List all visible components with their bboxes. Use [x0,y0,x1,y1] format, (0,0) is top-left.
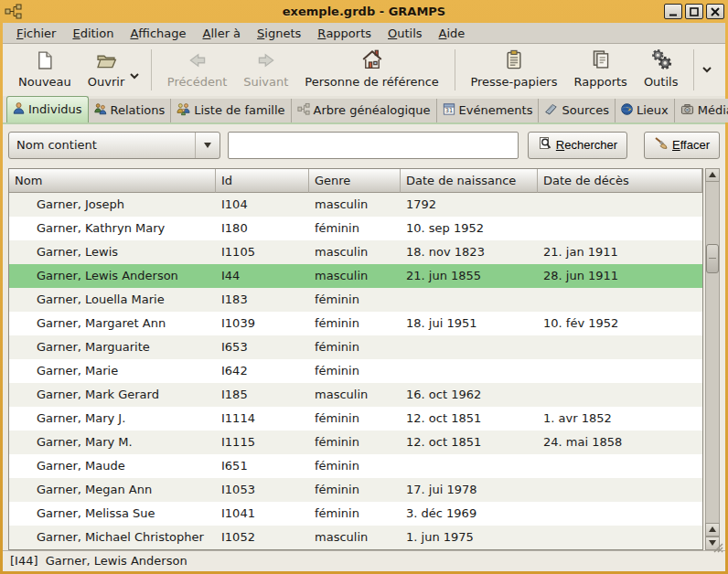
table-row[interactable]: Garner, LewisI1105masculin18. nov 182321… [9,240,702,264]
close-button[interactable] [706,4,724,19]
column-header-date-naissance[interactable]: Date de naissance [401,169,538,193]
search-input[interactable] [228,132,519,159]
column-header-nom[interactable]: Nom [9,169,216,193]
clear-button-label: Effacer [672,138,710,152]
menu-item-outils[interactable]: Outils [380,23,431,43]
tab-individus[interactable]: Individus [6,96,89,122]
cell-nom: Garner, Margaret Ann [9,312,216,335]
cell-date-deces [538,502,702,526]
menu-item-aller-a[interactable]: Aller à [195,23,250,43]
menu-item-rapports[interactable]: Rapports [309,23,380,43]
tab-relations[interactable]: Relations [89,99,172,122]
table-row[interactable]: Garner, Michael ChristopherI1052masculin… [9,526,702,549]
table-row[interactable]: Garner, MaudeI651féminin [9,454,702,478]
calendar-icon: 31 [442,102,456,119]
table-row[interactable]: Garner, Lewis AndersonI44masculin21. jun… [9,264,702,288]
cell-id: I1105 [216,240,309,264]
menu-bar: FichierEditionAffichageAller àSignetsRap… [3,23,725,44]
cell-nom: Garner, Michael Christopher [9,526,216,549]
menu-item-edition[interactable]: Edition [64,23,122,43]
menu-item-affichage[interactable]: Affichage [122,23,194,43]
chevron-down-icon [701,63,712,77]
title-bar[interactable]: exemple.grdb - GRAMPS [3,0,725,23]
cell-nom: Garner, Lewis Anderson [9,264,216,288]
cell-nom: Garner, Mary J. [9,407,216,430]
cell-genre: féminin [309,335,401,359]
cell-id: I653 [216,335,309,359]
person-table: NomIdGenreDate de naissanceDate de décès… [8,168,703,550]
toolbar-button-label: Presse-papiers [470,75,557,89]
table-row[interactable]: Garner, JosephI104masculin1792 [9,193,702,217]
cell-date-deces [538,335,702,359]
cell-nom: Garner, Joseph [9,193,216,217]
table-row[interactable]: Garner, Mark GerardI185masculin16. oct 1… [9,383,702,407]
tab-label: Individus [28,102,82,116]
cell-genre: féminin [309,312,401,335]
column-header-id[interactable]: Id [216,169,309,193]
cell-date-naissance: 17. jui 1978 [401,478,538,502]
cell-date-naissance: 12. oct 1851 [401,407,538,430]
toolbar-button-personne-de-reference[interactable]: Personne de référence [296,48,447,91]
cell-date-naissance: 1792 [401,193,538,217]
toolbar-overflow-button[interactable] [701,63,712,77]
toolbar-button-ouvrir[interactable]: Ouvrir [80,48,133,91]
table-row[interactable]: Garner, Melissa SueI1041féminin3. déc 19… [9,502,702,526]
table-row[interactable]: Garner, Margaret AnnI1039féminin18. jui … [9,312,702,335]
scrollbar-thumb[interactable] [706,244,719,273]
toolbar-button-rapports[interactable]: Rapports [566,48,636,91]
family-icon [176,102,191,119]
table-row[interactable]: Garner, Megan AnnI1053féminin17. jui 197… [9,478,702,502]
cell-date-deces [538,288,702,312]
clear-button[interactable]: Effacer [644,132,720,159]
column-header-genre[interactable]: Genre [309,169,401,193]
filter-bar: Nom contient Rechercher Effacer [8,130,720,161]
tab-arbre-genealogique[interactable]: Arbre généalogique [292,99,437,122]
table-row[interactable]: Garner, Mary J.I1114féminin12. oct 18511… [9,407,702,430]
tab-lieux[interactable]: Lieux [616,99,675,122]
menu-item-signets[interactable]: Signets [249,23,309,43]
menu-item-aide[interactable]: Aide [431,23,474,43]
column-header-date-deces[interactable]: Date de décès [538,169,702,193]
home-icon [361,48,383,73]
table-row[interactable]: Garner, Kathryn MaryI180féminin10. sep 1… [9,217,702,240]
scrollbar-track[interactable] [705,182,720,523]
cell-id: I44 [216,264,309,288]
resize-grip-icon[interactable] [680,526,723,569]
cell-id: I651 [216,454,309,478]
search-button[interactable]: Rechercher [528,132,627,159]
table-row[interactable]: Garner, Louella MarieI183féminin [9,288,702,312]
cell-id: I185 [216,383,309,407]
table-row[interactable]: Garner, Mary M.I1115féminin12. oct 18512… [9,430,702,454]
open-dropdown-button[interactable] [129,69,140,83]
tab-label: Lieux [637,103,669,117]
tab-label: Relations [111,103,166,117]
cell-date-deces: 10. fév 1952 [538,312,702,335]
cell-date-naissance: 16. oct 1962 [401,383,538,407]
cell-genre: masculin [309,193,401,217]
tab-media[interactable]: Média [675,99,728,122]
cell-date-deces [538,478,702,502]
tab-liste-de-famille[interactable]: Liste de famille [171,99,291,122]
tab-evenements[interactable]: 31Evénements [437,99,540,122]
minimize-button[interactable] [664,4,682,19]
menu-item-fichier[interactable]: Fichier [8,23,64,43]
maximize-button[interactable] [685,4,703,19]
table-row[interactable]: Garner, MarguariteI653féminin [9,335,702,359]
cell-nom: Garner, Lewis [9,240,216,264]
cell-genre: masculin [309,264,401,288]
open-folder-icon [95,50,117,73]
toolbar-button-presse-papiers[interactable]: Presse-papiers [462,48,565,91]
toolbar-button-outils[interactable]: Outils [636,48,687,91]
toolbar-separator [455,49,455,90]
cell-genre: féminin [309,217,401,240]
scroll-up-button[interactable] [705,168,720,182]
tab-sources[interactable]: Sources [539,99,615,122]
chevron-down-icon [129,69,140,83]
filter-field-dropdown[interactable]: Nom contient [8,132,220,159]
vertical-scrollbar[interactable] [705,168,720,550]
cell-date-deces: 21. jan 1911 [538,240,702,264]
toolbar-button-nouveau[interactable]: Nouveau [10,48,80,91]
cell-genre: féminin [309,454,401,478]
table-row[interactable]: Garner, MarieI642féminin [9,359,702,383]
tab-label: Arbre généalogique [314,103,431,117]
